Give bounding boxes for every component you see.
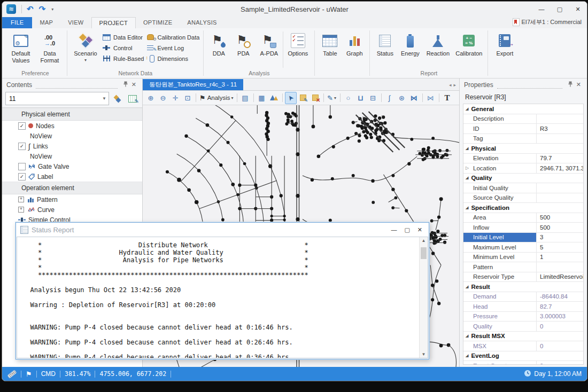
property-value[interactable]: R3 [537,126,583,132]
document-tab[interactable]: 동탄원본_TanktoRes_r4c_3 - 11 [143,79,243,90]
property-section-quality[interactable]: ◢Quality [463,174,583,184]
property-row-initial-quality[interactable]: Initial Quality [463,183,583,193]
property-row-id[interactable]: IDR3 [463,124,583,134]
property-value[interactable]: LimitedReservoir [537,273,583,280]
tree-item-gate-valve[interactable]: Gate Valve [2,161,142,171]
property-value[interactable]: 82.7 [537,303,583,310]
property-section-result[interactable]: ◢Result [463,282,583,292]
property-value[interactable]: 2946.71, 3071.37 [537,165,583,171]
property-section-physical[interactable]: ◢Physical [463,144,583,154]
property-row-msx[interactable]: MSX0 [463,341,583,351]
chart-view-icon[interactable] [268,92,280,104]
tab-analysis[interactable]: ANALYSIS [180,17,224,28]
tree-checkbox[interactable] [18,163,26,170]
add-reservoir-icon[interactable]: ⊟ [367,92,379,104]
chevron-down-icon[interactable]: ▼ [100,96,109,101]
tab-project[interactable]: PROJECT [91,17,136,28]
tab-file[interactable]: FILE [2,17,32,28]
detail-panel-icon[interactable]: ▤ [239,92,251,104]
table-view-icon[interactable]: ▦ [256,92,268,104]
analysis-run-dropdown[interactable]: ⚑Analysis▾ [198,92,235,104]
section-expander-icon[interactable]: ◢ [466,146,468,151]
property-row-source-quality[interactable]: Source Quality [463,193,583,203]
property-value[interactable]: 0 [537,343,583,349]
tree-item-noview[interactable]: NoView [2,131,142,141]
delete-selection-icon[interactable]: ✕ [310,92,321,104]
scenario-button[interactable]: Scenario ▾ [70,29,101,70]
property-row-inflow[interactable]: Inflow500 [463,223,583,233]
calibraton-report-button[interactable]: + −= % Calibraton [453,29,485,70]
add-pump-icon[interactable]: ⊛ [396,92,408,104]
scroll-down-icon[interactable]: ▼ [422,352,426,357]
property-value[interactable]: 3.000003 [537,313,583,319]
edit-selection-icon[interactable]: ✎ [297,92,309,104]
row-expander-icon[interactable]: ▷ [466,166,469,170]
property-value[interactable]: 5 [537,244,583,250]
property-value[interactable]: 3 [537,234,583,240]
add-valve-icon[interactable]: ⋈ [408,92,420,104]
dialog-minimize-button[interactable]: — [391,226,397,233]
close-panel-icon[interactable]: ✕ [575,81,583,88]
reaction-report-button[interactable]: Reaction [423,29,453,70]
property-value[interactable]: 79.7 [537,155,583,161]
add-junction-icon[interactable]: ○ [343,92,354,104]
zoom-extent-icon[interactable]: ⊡ [182,92,194,104]
contents-selector-input[interactable] [6,95,100,103]
tree-item-links[interactable]: ✓∫Links [2,141,142,151]
tree-expander-icon[interactable]: + [18,197,24,202]
scroll-up-icon[interactable]: ▲ [422,238,426,243]
tree-item-label[interactable]: ✓Label [2,171,142,182]
maximize-button[interactable]: ▢ [551,2,569,17]
tab-view[interactable]: VIEW [60,17,91,28]
contents-selector[interactable]: ▼ [5,92,109,105]
property-row-initial-level[interactable]: Initial Level3 [463,233,583,243]
property-row-reservoir-type[interactable]: Reservoir TypeLimitedReservoir [463,272,583,283]
section-expander-icon[interactable]: ◢ [466,107,468,111]
data-format-button[interactable]: .00→.0 DataFormat [35,29,64,70]
property-row-quality[interactable]: Quality0 [463,322,583,332]
redo-icon[interactable]: ↷ [36,4,49,14]
measure-ruler-icon[interactable] [7,370,17,378]
add-tank-icon[interactable]: ⊔ [355,92,367,104]
export-button[interactable]: → Export [491,29,519,70]
data-editor-button[interactable]: Data Editor [102,33,144,42]
edit-table-button[interactable] [126,92,139,105]
tab-map[interactable]: MAP [32,17,60,28]
add-pipe-icon[interactable]: ∫ [384,92,396,104]
property-row-elevation[interactable]: Elevation79.7 [463,154,583,164]
property-row-maximum-level[interactable]: Maximum Level5 [463,242,583,253]
property-section-general[interactable]: ◢General [463,104,583,114]
tab-scroll-left-icon[interactable]: ◂ [449,80,452,90]
pan-icon[interactable]: ✛ [169,92,181,104]
property-section-specification[interactable]: ◢Specification [463,203,583,213]
add-text-icon[interactable]: T [442,92,453,104]
dialog-maximize-button[interactable]: ▢ [404,226,409,233]
property-row-demand[interactable]: Demand-86440.84 [463,292,583,302]
cmd-label[interactable]: CMD [41,370,56,378]
property-row-pressure[interactable]: Pressure3.000003 [463,312,583,322]
dimensions-button[interactable]: Dimensions [146,54,199,63]
control-button[interactable]: Control [102,43,144,52]
section-expander-icon[interactable]: ◢ [466,176,468,180]
tree-item-pattern[interactable]: +Pattern [2,194,142,205]
status-report-button[interactable]: Status [373,29,397,70]
section-expander-icon[interactable]: ◢ [466,285,468,289]
dialog-close-button[interactable]: ✕ [417,226,422,233]
section-expander-icon[interactable]: ◢ [466,334,468,338]
property-value[interactable]: 0 [537,363,583,365]
scenario-compare-button[interactable] [111,92,124,105]
scrollbar-thumb[interactable] [421,247,427,259]
undo-icon[interactable]: ↶ [24,4,36,14]
close-panel-icon[interactable]: ✕ [130,81,138,88]
energy-report-button[interactable]: Energy [397,29,423,70]
property-row-tag[interactable]: Tag [463,134,583,144]
property-row-event-count[interactable]: Event Count0 [463,361,583,365]
property-row-location[interactable]: ▷Location2946.71, 3071.37 [463,163,583,174]
property-row-head[interactable]: Head82.7 [463,302,583,312]
default-values-button[interactable]: DefaultValues [6,29,35,70]
dialog-title-bar[interactable]: Status Report — ▢ ✕ [16,223,429,237]
dialog-scrollbar[interactable]: ▲ ▼ [419,237,428,358]
pin-icon[interactable] [566,81,575,88]
dda-button[interactable]: ⚑ DDA [206,29,231,70]
property-value[interactable]: 500 [537,214,583,221]
